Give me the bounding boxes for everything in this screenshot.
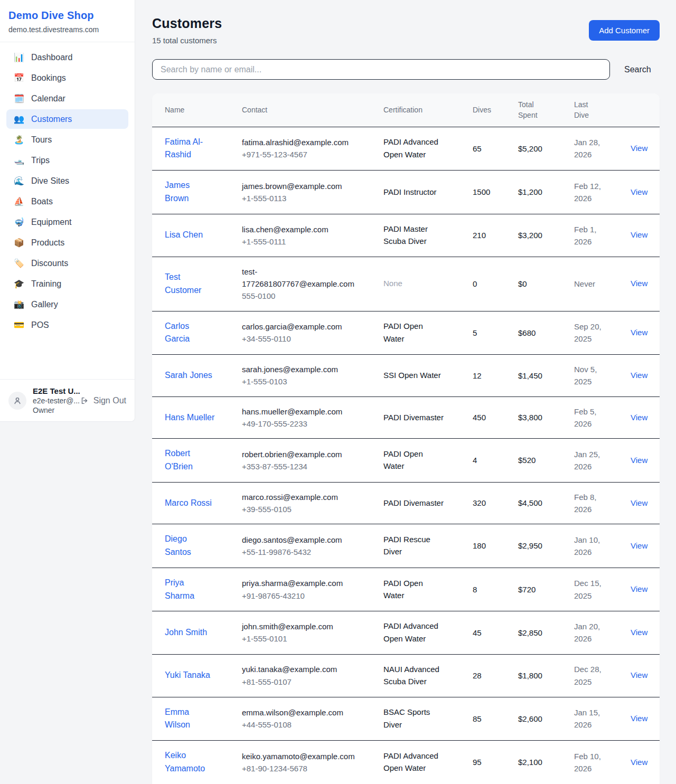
customer-email: diego.santos@example.com [242, 534, 354, 546]
view-link[interactable]: View [631, 670, 647, 679]
sidebar-item-dive-sites[interactable]: 🌊 Dive Sites [6, 171, 128, 191]
sign-out-label: Sign Out [93, 396, 126, 405]
view-link[interactable]: View [631, 230, 647, 239]
view-link[interactable]: View [631, 714, 647, 723]
table-row: Lisa Chen lisa.chen@example.com +1-555-0… [152, 214, 660, 257]
training-icon: 🎓 [14, 279, 24, 289]
customer-dives: 1500 [460, 177, 505, 206]
view-link[interactable]: View [631, 187, 647, 196]
customer-name-link[interactable]: Test Customer [165, 271, 215, 297]
sidebar-item-equipment[interactable]: 🤿 Equipment [6, 212, 128, 232]
view-link[interactable]: View [631, 328, 647, 337]
equipment-icon: 🤿 [14, 217, 24, 227]
customer-last-dive: Feb 1, 2026 [574, 223, 605, 248]
view-link[interactable]: View [631, 279, 647, 288]
customer-total-spent: $4,500 [505, 488, 561, 517]
customer-dives: 65 [460, 134, 505, 163]
sidebar-item-customers[interactable]: 👥 Customers [6, 109, 128, 129]
customer-last-dive: Feb 10, 2026 [574, 750, 605, 775]
sidebar-item-tours[interactable]: 🏝️ Tours [6, 130, 128, 149]
customer-dives: 95 [460, 748, 505, 777]
customer-email: hans.mueller@example.com [242, 405, 354, 418]
customer-phone: +353-87-555-1234 [242, 460, 371, 473]
customer-dives: 450 [460, 403, 505, 432]
table-row: Sarah Jones sarah.jones@example.com +1-5… [152, 355, 660, 397]
customer-total-spent: $720 [505, 575, 561, 604]
customer-total-spent: $1,800 [505, 661, 561, 690]
products-icon: 📦 [14, 238, 24, 248]
user-name: E2E Test U... [33, 386, 73, 395]
customer-total-spent: $2,100 [505, 748, 561, 777]
customer-phone: +1-555-0113 [242, 192, 371, 204]
customer-name-link[interactable]: Carlos Garcia [165, 320, 215, 346]
search-input[interactable] [152, 59, 610, 80]
customer-last-dive: Jan 28, 2026 [574, 136, 605, 161]
customer-phone: 555-0100 [242, 290, 371, 302]
user-info: E2E Test U... e2e-tester@... Owner [33, 386, 73, 414]
discounts-icon: 🏷️ [14, 258, 24, 268]
customer-certification: PADI Divemaster [383, 497, 444, 509]
customer-name-link[interactable]: Fatima Al-Rashid [165, 136, 215, 162]
customer-name-link[interactable]: James Brown [165, 179, 215, 205]
column-header-last-dive: Last Dive [561, 93, 618, 127]
customer-name-link[interactable]: Sarah Jones [165, 369, 212, 382]
customer-total-spent: $1,450 [505, 361, 561, 390]
sidebar-item-training[interactable]: 🎓 Training [6, 274, 128, 294]
customer-phone: +971-55-123-4567 [242, 148, 371, 160]
page-subtitle: 15 total customers [152, 36, 222, 45]
table-row: John Smith john.smith@example.com +1-555… [152, 611, 660, 654]
customer-phone: +39-555-0105 [242, 503, 371, 515]
sidebar-item-gallery[interactable]: 📸 Gallery [6, 295, 128, 314]
sidebar-item-calendar[interactable]: 🗓️ Calendar [6, 89, 128, 108]
table-row: Carlos Garcia carlos.garcia@example.com … [152, 311, 660, 355]
sidebar-item-bookings[interactable]: 📅 Bookings [6, 68, 128, 88]
view-link[interactable]: View [631, 758, 647, 767]
customer-dives: 180 [460, 531, 505, 560]
table-row: Keiko Yamamoto keiko.yamamoto@example.co… [152, 741, 660, 784]
customer-certification: SSI Open Water [383, 369, 441, 381]
table-row: James Brown james.brown@example.com +1-5… [152, 171, 660, 214]
customer-certification: None [383, 277, 402, 289]
sidebar-item-pos[interactable]: 💳 POS [6, 315, 128, 335]
customer-certification: PADI Open Water [383, 448, 445, 473]
sidebar-item-boats[interactable]: ⛵ Boats [6, 192, 128, 211]
view-link[interactable]: View [631, 628, 647, 637]
customer-phone: +55-11-99876-5432 [242, 546, 371, 558]
customer-name-link[interactable]: John Smith [165, 626, 207, 639]
customer-name-link[interactable]: Lisa Chen [165, 229, 203, 242]
user-section: E2E Test U... e2e-tester@... Owner Sign … [0, 379, 135, 421]
customer-name-link[interactable]: Priya Sharma [165, 577, 215, 603]
customer-phone: +44-555-0108 [242, 719, 371, 731]
customer-name-link[interactable]: Hans Mueller [165, 411, 214, 424]
customer-name-link[interactable]: Emma Wilson [165, 706, 215, 732]
customer-last-dive: Sep 20, 2025 [574, 320, 605, 345]
customer-name-link[interactable]: Yuki Tanaka [165, 669, 210, 682]
customer-dives: 5 [460, 318, 505, 347]
sidebar-item-trips[interactable]: 🛥️ Trips [6, 150, 128, 170]
view-link[interactable]: View [631, 584, 647, 593]
view-link[interactable]: View [631, 144, 647, 153]
customer-name-link[interactable]: Keiko Yamamoto [165, 749, 215, 776]
customer-name-link[interactable]: Robert O'Brien [165, 447, 215, 474]
view-link[interactable]: View [631, 456, 647, 465]
view-link[interactable]: View [631, 413, 647, 422]
customer-last-dive: Jan 20, 2026 [574, 620, 605, 645]
add-customer-button[interactable]: Add Customer [589, 20, 660, 41]
sidebar-nav: 📊 Dashboard 📅 Bookings 🗓️ Calendar 👥 Cus… [0, 42, 135, 379]
customer-name-link[interactable]: Diego Santos [165, 533, 215, 559]
view-link[interactable]: View [631, 541, 647, 550]
sidebar-item-products[interactable]: 📦 Products [6, 233, 128, 252]
customer-certification: PADI Advanced Open Water [383, 750, 445, 774]
customer-dives: 8 [460, 575, 505, 604]
sidebar-item-dashboard[interactable]: 📊 Dashboard [6, 48, 128, 67]
view-link[interactable]: View [631, 371, 647, 380]
customer-total-spent: $5,200 [505, 134, 561, 163]
customer-phone: +91-98765-43210 [242, 590, 371, 602]
page-header: Customers 15 total customers Add Custome… [152, 16, 660, 45]
sidebar-item-discounts[interactable]: 🏷️ Discounts [6, 253, 128, 273]
sign-out-button[interactable]: Sign Out [80, 396, 126, 405]
brand-domain: demo.test.divestreams.com [8, 25, 126, 34]
view-link[interactable]: View [631, 498, 647, 507]
search-button[interactable]: Search [624, 65, 651, 74]
customer-name-link[interactable]: Marco Rossi [165, 497, 212, 510]
